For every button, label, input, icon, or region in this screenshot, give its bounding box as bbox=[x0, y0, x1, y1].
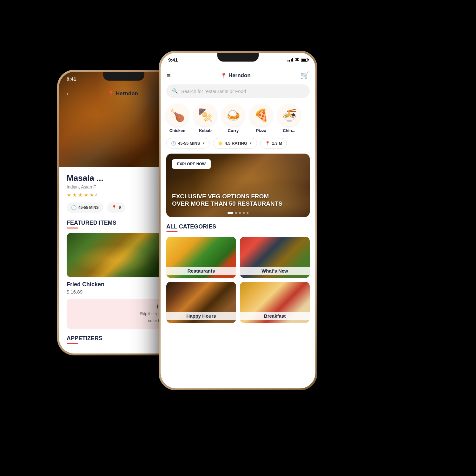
dot-4 bbox=[243, 212, 245, 214]
breakfast-card-label: Breakfast bbox=[240, 312, 310, 320]
category-kebab[interactable]: 🍢 Kebab bbox=[194, 104, 216, 133]
signal-bars-front bbox=[288, 58, 293, 62]
star-1: ★ bbox=[67, 192, 71, 198]
happyhours-card-label: Happy Hours bbox=[166, 312, 236, 320]
status-time-back: 9:41 bbox=[67, 76, 76, 82]
category-breakfast-card[interactable]: Breakfast bbox=[240, 282, 310, 323]
kebab-emoji: 🍢 bbox=[194, 104, 216, 126]
rating-count: 4 bbox=[95, 193, 98, 198]
front-content: ≡ 📍 Herndon 🛒 🔍 Search for restaurants o… bbox=[161, 67, 315, 388]
star-pill-icon: ⭐ bbox=[218, 141, 223, 146]
search-cursor bbox=[250, 89, 250, 94]
notch-front bbox=[217, 53, 259, 62]
status-icons-front: ⌘ bbox=[288, 57, 308, 62]
chicken-emoji: 🍗 bbox=[166, 104, 188, 126]
category-chicken[interactable]: 🍗 Chicken bbox=[166, 104, 188, 133]
dot-1 bbox=[228, 212, 233, 214]
promo-banner[interactable]: EXPLORE NOW EXCLUSIVE VEG OPTIONS FROM O… bbox=[166, 154, 310, 217]
promo-headline: EXCLUSIVE VEG OPTIONS FROM OVER MORE THA… bbox=[172, 193, 304, 208]
notch-back bbox=[103, 72, 144, 81]
appetizers-underline bbox=[67, 343, 78, 344]
clock-pill-icon: 🕐 bbox=[171, 141, 176, 146]
hamburger-menu-icon[interactable]: ≡ bbox=[167, 72, 171, 79]
promo-text-block: EXCLUSIVE VEG OPTIONS FROM OVER MORE THA… bbox=[172, 193, 304, 208]
restaurants-card-label: Restaurants bbox=[166, 267, 236, 275]
scene: MASALAWOK 9:41 ▲ bbox=[48, 32, 428, 444]
category-whatsnew-card[interactable]: What's New bbox=[240, 237, 310, 278]
categories-grid: Restaurants What's New Happy Hours bbox=[166, 237, 310, 323]
category-happyhours-card[interactable]: Happy Hours bbox=[166, 282, 236, 323]
pizza-label: Pizza bbox=[256, 128, 267, 133]
location-text-front: Herndon bbox=[228, 72, 251, 79]
category-pizza[interactable]: 🍕 Pizza bbox=[250, 104, 272, 133]
dot-2 bbox=[235, 212, 237, 214]
cart-icon[interactable]: 🛒 bbox=[301, 71, 309, 80]
distance-badge: 📍 9 bbox=[107, 202, 125, 213]
location-label-back: 📍 Herndon bbox=[108, 90, 138, 97]
pizza-emoji: 🍕 bbox=[250, 104, 272, 126]
star-half: ★ bbox=[89, 192, 94, 198]
star-3: ★ bbox=[78, 192, 83, 198]
chinese-label: Chin... bbox=[283, 128, 295, 133]
location-pin-icon: 📍 bbox=[108, 91, 114, 97]
wifi-icon-front: ⌘ bbox=[295, 57, 299, 62]
front-header: ≡ 📍 Herndon 🛒 bbox=[161, 67, 315, 84]
all-categories-underline bbox=[166, 231, 178, 232]
location-label-front: 📍 Herndon bbox=[221, 72, 251, 79]
kebab-label: Kebab bbox=[199, 128, 212, 133]
time-filter-label: 45-55 MINS bbox=[178, 141, 200, 146]
distance-filter-pill[interactable]: 📍 1.3 M bbox=[260, 138, 287, 149]
category-chinese[interactable]: 🍜 Chin... bbox=[278, 104, 300, 133]
category-restaurants-card[interactable]: Restaurants bbox=[166, 237, 236, 278]
distance-filter-label: 1.3 M bbox=[272, 141, 282, 146]
rating-filter-pill[interactable]: ⭐ 4.5 RATING ▼ bbox=[213, 138, 257, 149]
promo-dots bbox=[228, 212, 248, 214]
rating-chevron-icon: ▼ bbox=[249, 142, 252, 145]
chicken-label: Chicken bbox=[169, 128, 186, 133]
all-categories-section: ALL CATEGORIES Restaurants What's New bbox=[161, 223, 315, 323]
search-bar[interactable]: 🔍 Search for restaurants or Food bbox=[166, 84, 310, 98]
time-filter-pill[interactable]: 🕐 45-55 MINS ▼ bbox=[166, 138, 210, 149]
battery-icon-front bbox=[301, 58, 308, 62]
curry-label: Curry bbox=[228, 128, 239, 133]
status-time-front: 9:41 bbox=[168, 57, 178, 63]
distance-text: 9 bbox=[119, 205, 121, 210]
location-text-back: Herndon bbox=[116, 90, 138, 97]
star-4: ★ bbox=[84, 192, 88, 198]
whatsnew-card-label: What's New bbox=[240, 267, 310, 275]
delivery-time-badge: 🕐 45-55 MINS bbox=[67, 202, 103, 213]
location-icon-back: 📍 bbox=[111, 205, 117, 210]
curry-emoji: 🍛 bbox=[222, 104, 244, 126]
filter-row: 🕐 45-55 MINS ▼ ⭐ 4.5 RATING ▼ 📍 1.3 M bbox=[161, 138, 315, 154]
dot-3 bbox=[239, 212, 241, 214]
rating-filter-label: 4.5 RATING bbox=[225, 141, 247, 146]
search-placeholder: Search for restaurants or Food bbox=[181, 89, 246, 94]
time-chevron-icon: ▼ bbox=[202, 142, 205, 145]
location-pin-front-icon: 📍 bbox=[221, 73, 227, 79]
back-arrow-icon[interactable]: ← bbox=[65, 90, 72, 97]
star-2: ★ bbox=[72, 192, 77, 198]
clock-icon-back: 🕐 bbox=[71, 205, 76, 210]
chinese-emoji: 🍜 bbox=[278, 104, 300, 126]
dot-5 bbox=[247, 212, 248, 214]
featured-underline bbox=[67, 228, 78, 228]
delivery-time-text: 45-55 MINS bbox=[78, 205, 99, 210]
all-categories-title: ALL CATEGORIES bbox=[166, 223, 310, 230]
search-icon-front: 🔍 bbox=[172, 88, 178, 94]
distance-pin-icon: 📍 bbox=[265, 141, 270, 146]
front-phone: 9:41 ⌘ bbox=[159, 51, 317, 390]
food-categories-scroll: 🍗 Chicken 🍢 Kebab 🍛 Curry 🍕 bbox=[161, 103, 315, 138]
category-curry[interactable]: 🍛 Curry bbox=[222, 104, 244, 133]
explore-now-button[interactable]: EXPLORE NOW bbox=[172, 159, 211, 169]
